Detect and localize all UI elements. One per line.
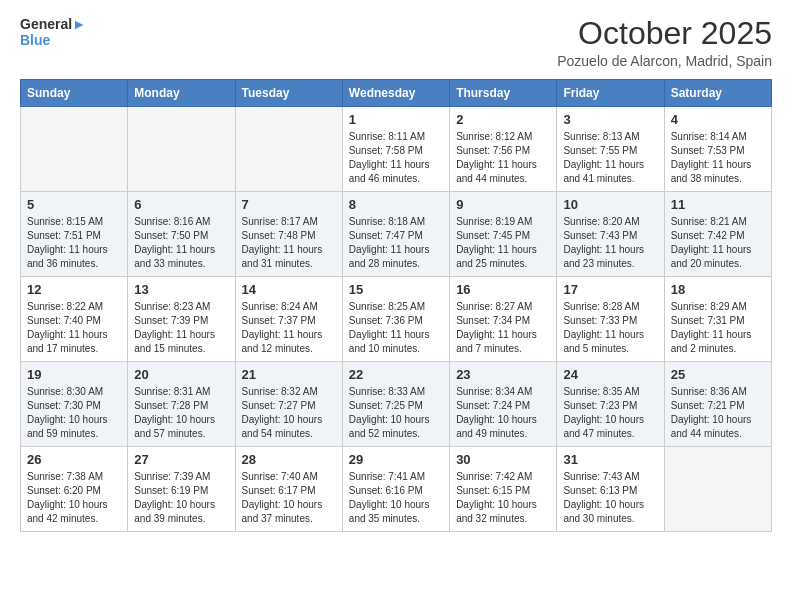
day-number: 20: [134, 367, 228, 382]
day-info: Sunrise: 8:28 AMSunset: 7:33 PMDaylight:…: [563, 300, 657, 356]
weekday-header-saturday: Saturday: [664, 80, 771, 107]
day-info: Sunrise: 8:35 AMSunset: 7:23 PMDaylight:…: [563, 385, 657, 441]
calendar-cell-1-3: [235, 107, 342, 192]
calendar-cell-1-7: 4Sunrise: 8:14 AMSunset: 7:53 PMDaylight…: [664, 107, 771, 192]
calendar-cell-2-6: 10Sunrise: 8:20 AMSunset: 7:43 PMDayligh…: [557, 192, 664, 277]
calendar-cell-3-7: 18Sunrise: 8:29 AMSunset: 7:31 PMDayligh…: [664, 277, 771, 362]
day-info: Sunrise: 8:12 AMSunset: 7:56 PMDaylight:…: [456, 130, 550, 186]
day-number: 17: [563, 282, 657, 297]
day-number: 30: [456, 452, 550, 467]
day-info: Sunrise: 8:22 AMSunset: 7:40 PMDaylight:…: [27, 300, 121, 356]
day-number: 27: [134, 452, 228, 467]
calendar-cell-5-5: 30Sunrise: 7:42 AMSunset: 6:15 PMDayligh…: [450, 447, 557, 532]
calendar-cell-3-2: 13Sunrise: 8:23 AMSunset: 7:39 PMDayligh…: [128, 277, 235, 362]
day-number: 1: [349, 112, 443, 127]
week-row-5: 26Sunrise: 7:38 AMSunset: 6:20 PMDayligh…: [21, 447, 772, 532]
calendar-cell-3-3: 14Sunrise: 8:24 AMSunset: 7:37 PMDayligh…: [235, 277, 342, 362]
day-number: 23: [456, 367, 550, 382]
day-number: 19: [27, 367, 121, 382]
day-info: Sunrise: 8:13 AMSunset: 7:55 PMDaylight:…: [563, 130, 657, 186]
day-info: Sunrise: 8:15 AMSunset: 7:51 PMDaylight:…: [27, 215, 121, 271]
calendar-cell-4-4: 22Sunrise: 8:33 AMSunset: 7:25 PMDayligh…: [342, 362, 449, 447]
day-info: Sunrise: 8:25 AMSunset: 7:36 PMDaylight:…: [349, 300, 443, 356]
day-number: 21: [242, 367, 336, 382]
day-number: 6: [134, 197, 228, 212]
calendar-cell-5-2: 27Sunrise: 7:39 AMSunset: 6:19 PMDayligh…: [128, 447, 235, 532]
week-row-3: 12Sunrise: 8:22 AMSunset: 7:40 PMDayligh…: [21, 277, 772, 362]
calendar-cell-4-1: 19Sunrise: 8:30 AMSunset: 7:30 PMDayligh…: [21, 362, 128, 447]
week-row-2: 5Sunrise: 8:15 AMSunset: 7:51 PMDaylight…: [21, 192, 772, 277]
calendar-cell-1-4: 1Sunrise: 8:11 AMSunset: 7:58 PMDaylight…: [342, 107, 449, 192]
day-number: 11: [671, 197, 765, 212]
calendar-cell-4-6: 24Sunrise: 8:35 AMSunset: 7:23 PMDayligh…: [557, 362, 664, 447]
calendar-cell-5-3: 28Sunrise: 7:40 AMSunset: 6:17 PMDayligh…: [235, 447, 342, 532]
day-info: Sunrise: 8:18 AMSunset: 7:47 PMDaylight:…: [349, 215, 443, 271]
day-number: 13: [134, 282, 228, 297]
day-info: Sunrise: 8:31 AMSunset: 7:28 PMDaylight:…: [134, 385, 228, 441]
calendar-cell-3-1: 12Sunrise: 8:22 AMSunset: 7:40 PMDayligh…: [21, 277, 128, 362]
calendar-cell-2-7: 11Sunrise: 8:21 AMSunset: 7:42 PMDayligh…: [664, 192, 771, 277]
calendar-cell-2-2: 6Sunrise: 8:16 AMSunset: 7:50 PMDaylight…: [128, 192, 235, 277]
day-info: Sunrise: 8:32 AMSunset: 7:27 PMDaylight:…: [242, 385, 336, 441]
calendar-cell-5-4: 29Sunrise: 7:41 AMSunset: 6:16 PMDayligh…: [342, 447, 449, 532]
weekday-header-wednesday: Wednesday: [342, 80, 449, 107]
header: General► Blue October 2025 Pozuelo de Al…: [20, 16, 772, 69]
day-info: Sunrise: 8:19 AMSunset: 7:45 PMDaylight:…: [456, 215, 550, 271]
weekday-header-friday: Friday: [557, 80, 664, 107]
day-info: Sunrise: 7:41 AMSunset: 6:16 PMDaylight:…: [349, 470, 443, 526]
calendar-cell-5-6: 31Sunrise: 7:43 AMSunset: 6:13 PMDayligh…: [557, 447, 664, 532]
day-info: Sunrise: 8:29 AMSunset: 7:31 PMDaylight:…: [671, 300, 765, 356]
day-number: 22: [349, 367, 443, 382]
day-number: 12: [27, 282, 121, 297]
day-info: Sunrise: 7:38 AMSunset: 6:20 PMDaylight:…: [27, 470, 121, 526]
calendar-cell-4-7: 25Sunrise: 8:36 AMSunset: 7:21 PMDayligh…: [664, 362, 771, 447]
weekday-header-thursday: Thursday: [450, 80, 557, 107]
day-info: Sunrise: 8:36 AMSunset: 7:21 PMDaylight:…: [671, 385, 765, 441]
day-info: Sunrise: 8:27 AMSunset: 7:34 PMDaylight:…: [456, 300, 550, 356]
calendar-cell-4-2: 20Sunrise: 8:31 AMSunset: 7:28 PMDayligh…: [128, 362, 235, 447]
day-info: Sunrise: 7:39 AMSunset: 6:19 PMDaylight:…: [134, 470, 228, 526]
day-info: Sunrise: 8:20 AMSunset: 7:43 PMDaylight:…: [563, 215, 657, 271]
calendar-cell-1-6: 3Sunrise: 8:13 AMSunset: 7:55 PMDaylight…: [557, 107, 664, 192]
day-number: 5: [27, 197, 121, 212]
day-number: 16: [456, 282, 550, 297]
day-number: 10: [563, 197, 657, 212]
calendar-cell-2-4: 8Sunrise: 8:18 AMSunset: 7:47 PMDaylight…: [342, 192, 449, 277]
day-number: 14: [242, 282, 336, 297]
day-info: Sunrise: 8:16 AMSunset: 7:50 PMDaylight:…: [134, 215, 228, 271]
weekday-header-tuesday: Tuesday: [235, 80, 342, 107]
calendar-cell-1-5: 2Sunrise: 8:12 AMSunset: 7:56 PMDaylight…: [450, 107, 557, 192]
day-info: Sunrise: 8:33 AMSunset: 7:25 PMDaylight:…: [349, 385, 443, 441]
calendar-cell-4-5: 23Sunrise: 8:34 AMSunset: 7:24 PMDayligh…: [450, 362, 557, 447]
logo-blue: Blue: [20, 32, 86, 48]
day-info: Sunrise: 8:21 AMSunset: 7:42 PMDaylight:…: [671, 215, 765, 271]
calendar-table: SundayMondayTuesdayWednesdayThursdayFrid…: [20, 79, 772, 532]
calendar-cell-5-7: [664, 447, 771, 532]
day-number: 24: [563, 367, 657, 382]
day-info: Sunrise: 8:34 AMSunset: 7:24 PMDaylight:…: [456, 385, 550, 441]
location: Pozuelo de Alarcon, Madrid, Spain: [557, 53, 772, 69]
day-number: 7: [242, 197, 336, 212]
day-number: 31: [563, 452, 657, 467]
weekday-header-sunday: Sunday: [21, 80, 128, 107]
day-info: Sunrise: 7:40 AMSunset: 6:17 PMDaylight:…: [242, 470, 336, 526]
calendar-cell-1-1: [21, 107, 128, 192]
day-number: 15: [349, 282, 443, 297]
day-number: 25: [671, 367, 765, 382]
day-number: 28: [242, 452, 336, 467]
weekday-header-row: SundayMondayTuesdayWednesdayThursdayFrid…: [21, 80, 772, 107]
day-number: 8: [349, 197, 443, 212]
day-info: Sunrise: 8:11 AMSunset: 7:58 PMDaylight:…: [349, 130, 443, 186]
weekday-header-monday: Monday: [128, 80, 235, 107]
week-row-4: 19Sunrise: 8:30 AMSunset: 7:30 PMDayligh…: [21, 362, 772, 447]
calendar-cell-4-3: 21Sunrise: 8:32 AMSunset: 7:27 PMDayligh…: [235, 362, 342, 447]
calendar-cell-5-1: 26Sunrise: 7:38 AMSunset: 6:20 PMDayligh…: [21, 447, 128, 532]
calendar-cell-2-5: 9Sunrise: 8:19 AMSunset: 7:45 PMDaylight…: [450, 192, 557, 277]
day-number: 18: [671, 282, 765, 297]
calendar-cell-3-5: 16Sunrise: 8:27 AMSunset: 7:34 PMDayligh…: [450, 277, 557, 362]
day-number: 9: [456, 197, 550, 212]
calendar-cell-2-3: 7Sunrise: 8:17 AMSunset: 7:48 PMDaylight…: [235, 192, 342, 277]
day-info: Sunrise: 7:43 AMSunset: 6:13 PMDaylight:…: [563, 470, 657, 526]
page: General► Blue October 2025 Pozuelo de Al…: [0, 0, 792, 612]
day-number: 3: [563, 112, 657, 127]
